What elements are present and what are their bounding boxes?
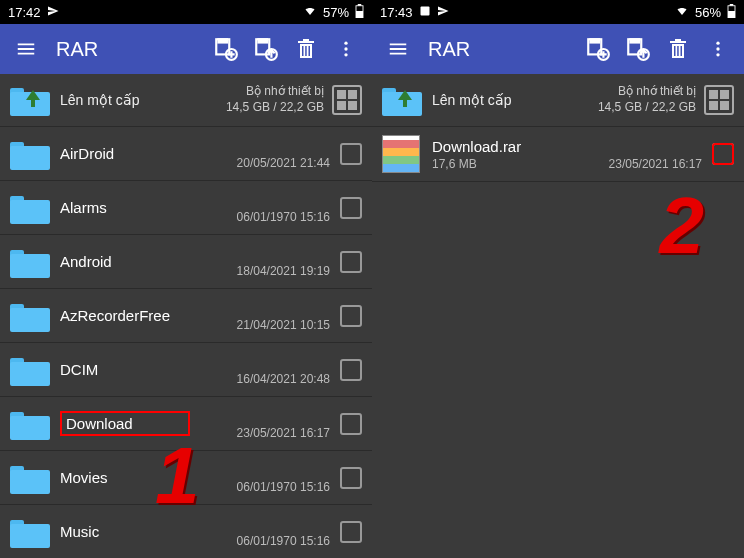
list-item[interactable]: AirDroid 20/05/2021 21:44: [0, 127, 372, 181]
list-item[interactable]: Alarms 06/01/1970 15:16: [0, 181, 372, 235]
svg-point-30: [716, 53, 719, 56]
checkbox[interactable]: [340, 521, 362, 543]
svg-point-28: [716, 42, 719, 45]
checkbox[interactable]: [340, 413, 362, 435]
list-item[interactable]: Movies 06/01/1970 15:16: [0, 451, 372, 505]
checkbox[interactable]: [340, 197, 362, 219]
svg-rect-7: [258, 39, 267, 42]
trash-icon[interactable]: [660, 31, 696, 67]
app-title: RAR: [428, 38, 568, 61]
folder-up-icon: [10, 84, 50, 116]
svg-rect-11: [309, 46, 311, 56]
svg-rect-15: [420, 6, 429, 15]
storage-info: Bộ nhớ thiết bị 14,5 GB / 22,2 GB: [226, 84, 324, 115]
svg-point-14: [344, 53, 347, 56]
up-label: Lên một cấp: [432, 92, 598, 108]
archive-extract-icon[interactable]: [248, 31, 284, 67]
battery-icon: [727, 4, 736, 21]
checkbox[interactable]: [340, 467, 362, 489]
file-list: Download.rar 17,6 MB 23/05/2021 16:17: [372, 127, 744, 558]
svg-rect-4: [218, 39, 227, 42]
svg-rect-23: [630, 39, 639, 42]
svg-point-13: [344, 47, 347, 50]
status-bar: 17:42 57%: [0, 0, 372, 24]
folder-icon: [10, 192, 50, 224]
svg-rect-10: [305, 46, 307, 56]
more-icon[interactable]: [700, 31, 736, 67]
grid-view-button[interactable]: [332, 85, 362, 115]
wifi-icon: [303, 5, 317, 20]
app-title: RAR: [56, 38, 196, 61]
app-toolbar: RAR: [372, 24, 744, 74]
battery-text: 57%: [323, 5, 349, 20]
list-item[interactable]: DCIM 16/04/2021 20:48: [0, 343, 372, 397]
svg-rect-18: [728, 11, 735, 18]
list-item[interactable]: Android 18/04/2021 19:19: [0, 235, 372, 289]
battery-text: 56%: [695, 5, 721, 20]
wifi-icon: [675, 5, 689, 20]
screen-1: 17:42 57% RAR Lên một cấp Bộ nhớ thiết b…: [0, 0, 372, 558]
file-list: AirDroid 20/05/2021 21:44 Alarms 06/01/1…: [0, 127, 372, 558]
storage-info: Bộ nhớ thiết bị 14,5 GB / 22,2 GB: [598, 84, 696, 115]
status-time: 17:43: [380, 5, 413, 20]
archive-add-icon[interactable]: [208, 31, 244, 67]
checkbox[interactable]: [340, 143, 362, 165]
svg-rect-27: [681, 46, 683, 56]
status-time: 17:42: [8, 5, 41, 20]
checkbox[interactable]: [712, 143, 734, 165]
folder-icon: [10, 138, 50, 170]
folder-icon: [10, 462, 50, 494]
folder-icon: [10, 354, 50, 386]
folder-icon: [10, 516, 50, 548]
grid-view-button[interactable]: [704, 85, 734, 115]
svg-rect-25: [674, 46, 676, 56]
send-icon: [437, 5, 449, 20]
svg-rect-26: [677, 46, 679, 56]
svg-rect-1: [358, 4, 362, 6]
up-one-level-row[interactable]: Lên một cấp Bộ nhớ thiết bị 14,5 GB / 22…: [0, 74, 372, 127]
image-icon: [419, 5, 431, 20]
menu-icon[interactable]: [380, 31, 416, 67]
svg-rect-2: [356, 11, 363, 18]
folder-icon: [10, 246, 50, 278]
svg-point-29: [716, 47, 719, 50]
more-icon[interactable]: [328, 31, 364, 67]
trash-icon[interactable]: [288, 31, 324, 67]
svg-rect-17: [730, 4, 734, 6]
folder-icon: [10, 300, 50, 332]
screen-2: 17:43 56% RAR Lên một cấp Bộ nhớ thiết b…: [372, 0, 744, 558]
list-item[interactable]: Music 06/01/1970 15:16: [0, 505, 372, 558]
menu-icon[interactable]: [8, 31, 44, 67]
send-icon: [47, 5, 59, 20]
rar-file-icon: [382, 135, 420, 173]
checkbox[interactable]: [340, 305, 362, 327]
svg-rect-9: [302, 46, 304, 56]
list-item[interactable]: AzRecorderFree 21/04/2021 10:15: [0, 289, 372, 343]
app-toolbar: RAR: [0, 24, 372, 74]
list-item-rar[interactable]: Download.rar 17,6 MB 23/05/2021 16:17: [372, 127, 744, 182]
svg-point-12: [344, 42, 347, 45]
checkbox[interactable]: [340, 251, 362, 273]
list-item-download[interactable]: Download 23/05/2021 16:17: [0, 397, 372, 451]
svg-rect-20: [590, 39, 599, 42]
folder-up-icon: [382, 84, 422, 116]
status-bar: 17:43 56%: [372, 0, 744, 24]
archive-add-icon[interactable]: [580, 31, 616, 67]
checkbox[interactable]: [340, 359, 362, 381]
up-label: Lên một cấp: [60, 92, 226, 108]
archive-extract-icon[interactable]: [620, 31, 656, 67]
folder-icon: [10, 408, 50, 440]
up-one-level-row[interactable]: Lên một cấp Bộ nhớ thiết bị 14,5 GB / 22…: [372, 74, 744, 127]
battery-icon: [355, 4, 364, 21]
